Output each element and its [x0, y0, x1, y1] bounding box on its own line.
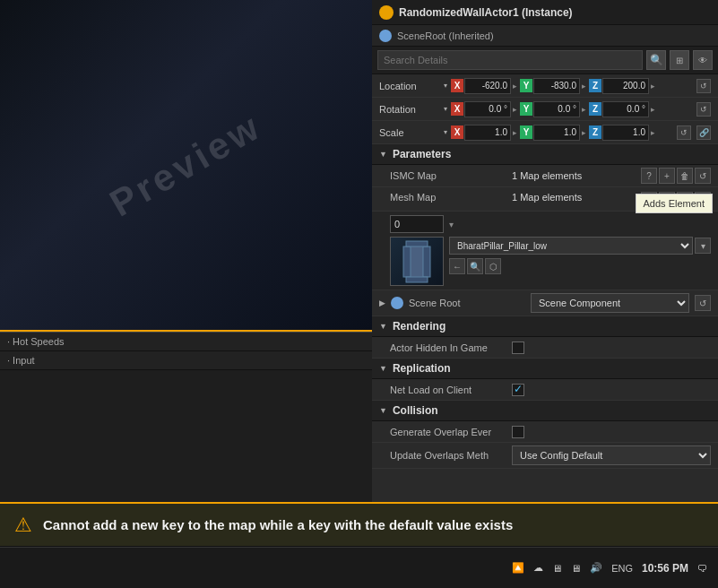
mesh-index-input[interactable] [390, 215, 444, 233]
search-input[interactable] [377, 50, 643, 70]
rotation-dropdown-arrow[interactable]: ▾ [444, 105, 447, 113]
preview-panel: Preview [0, 0, 372, 332]
rotation-y-field: Y ▸ [520, 101, 587, 117]
location-x-input[interactable] [464, 78, 511, 94]
scale-z-label: Z [589, 125, 601, 139]
net-load-checkbox[interactable] [512, 384, 524, 396]
taskbar-lang: ENG [611, 563, 633, 574]
location-label: Location [379, 81, 440, 91]
generate-overlap-label: Generate Overlap Ever [390, 427, 506, 437]
update-overlaps-row: Update Overlaps Meth Use Config Default [372, 443, 718, 469]
scale-reset-button[interactable]: ↺ [677, 125, 691, 140]
location-z-input[interactable] [602, 78, 649, 94]
generate-overlap-checkbox[interactable] [512, 426, 524, 438]
scale-x-input[interactable] [464, 125, 511, 141]
actor-title-bar: RandomizedWallActor1 (Instance) [372, 0, 718, 25]
collision-section-header[interactable]: ▼ Collision [372, 401, 718, 421]
scale-x-field: X ▸ [451, 125, 518, 141]
replication-section-header[interactable]: ▼ Replication [372, 359, 718, 379]
rendering-section-header[interactable]: ▼ Rendering [372, 316, 718, 337]
mesh-select[interactable]: BharatPillar_Pillar_low [449, 237, 693, 255]
taskbar-notification[interactable]: 🗨 [697, 563, 707, 574]
rotation-z-label: Z [589, 102, 601, 116]
scale-dropdown-arrow[interactable]: ▾ [444, 128, 447, 136]
location-x-label: X [451, 79, 463, 92]
eye-button[interactable]: 👁 [693, 50, 713, 70]
collision-section-title: Collision [393, 404, 438, 417]
rotation-x-arrow: ▸ [512, 105, 518, 114]
right-panel: RandomizedWallActor1 (Instance) SceneRoo… [372, 0, 718, 547]
scale-lock-button[interactable]: 🔗 [696, 125, 711, 140]
scale-y-arrow: ▸ [581, 128, 587, 137]
mesh-index-arrow: ▾ [449, 220, 454, 229]
update-overlaps-select[interactable]: Use Config Default [512, 445, 711, 465]
taskbar-cloud: ☁ [533, 562, 543, 574]
rotation-z-input[interactable] [602, 101, 649, 117]
grid-view-button[interactable]: ⊞ [670, 50, 689, 70]
scene-root-text: SceneRoot (Inherited) [397, 30, 494, 41]
scene-root-label: Scene Root [409, 298, 525, 308]
mesh-expand-button[interactable]: ⬡ [485, 258, 501, 274]
net-load-label: Net Load on Client [390, 385, 506, 395]
search-button[interactable]: 🔍 [646, 50, 666, 70]
scene-root-icon [379, 30, 392, 42]
generate-overlap-row: Generate Overlap Ever [372, 421, 718, 443]
svg-rect-3 [406, 277, 428, 282]
ismc-map-help-button[interactable]: ? [641, 168, 657, 184]
mesh-name-row: BharatPillar_Pillar_low ▾ [449, 237, 711, 255]
location-y-input[interactable] [533, 78, 580, 94]
scale-y-input[interactable] [533, 125, 580, 141]
rotation-x-input[interactable] [464, 101, 511, 117]
update-overlaps-label: Update Overlaps Meth [390, 450, 506, 461]
taskbar-volume: 🔊 [590, 562, 602, 574]
mesh-thumbnail [390, 237, 444, 286]
tooltip-text: Adds Element [644, 198, 705, 209]
location-y-label: Y [520, 79, 532, 92]
location-x-field: X ▸ [451, 78, 518, 94]
preview-label: Preview [103, 105, 270, 226]
taskbar-time: 10:56 PM [642, 562, 688, 575]
taskbar-monitor2: 🖥 [571, 563, 581, 574]
scene-root-collapse-arrow[interactable]: ▶ [379, 298, 385, 307]
rotation-y-input[interactable] [533, 101, 580, 117]
scale-xyz-group: X ▸ Y ▸ Z ▸ [451, 125, 673, 141]
bottom-input-label: · Input [7, 355, 35, 366]
actor-hidden-label: Actor Hidden In Game [390, 342, 506, 353]
replication-section-title: Replication [393, 362, 451, 375]
parameters-section-header[interactable]: ▼ Parameters [372, 144, 718, 165]
location-x-arrow: ▸ [512, 82, 518, 91]
actor-icon [379, 5, 394, 20]
scale-x-arrow: ▸ [512, 128, 518, 137]
rotation-x-label: X [451, 102, 463, 116]
ismc-map-label: ISMC Map [390, 170, 506, 181]
mesh-info-col: BharatPillar_Pillar_low ▾ ← 🔍 ⬡ [449, 237, 711, 274]
parameters-collapse-arrow: ▼ [379, 150, 387, 159]
tooltip-box: Adds Element [636, 194, 713, 213]
mesh-thumbnail-svg [399, 239, 435, 284]
scale-z-input[interactable] [602, 125, 649, 141]
scene-root-select[interactable]: Scene Component [531, 293, 689, 313]
actor-hidden-checkbox[interactable] [512, 342, 524, 354]
location-z-field: Z ▸ [589, 78, 656, 94]
mesh-search-button[interactable]: 🔍 [467, 258, 483, 274]
svg-rect-4 [406, 241, 428, 246]
scale-y-field: Y ▸ [520, 125, 587, 141]
rotation-reset-button[interactable]: ↺ [696, 102, 711, 117]
mesh-select-expand-button[interactable]: ▾ [695, 238, 711, 254]
ismc-map-delete-button[interactable]: 🗑 [677, 168, 693, 184]
mesh-back-button[interactable]: ← [449, 258, 465, 274]
parameters-section-title: Parameters [393, 148, 451, 160]
location-reset-button[interactable]: ↺ [696, 79, 711, 93]
ismc-map-buttons: ? + 🗑 ↺ [641, 168, 711, 184]
ismc-map-add-button[interactable]: + [659, 168, 675, 184]
rotation-y-arrow: ▸ [581, 105, 587, 114]
warning-icon: ⚠ [14, 514, 32, 537]
ismc-map-row: ISMC Map 1 Map elements ? + 🗑 ↺ [372, 165, 718, 187]
scene-root-reset-button[interactable]: ↺ [695, 295, 711, 311]
scene-root-row: ▶ Scene Root Scene Component ↺ [372, 290, 718, 316]
location-dropdown-arrow[interactable]: ▾ [444, 82, 447, 90]
scale-row: Scale ▾ X ▸ Y ▸ Z ▸ ↺ [372, 121, 718, 144]
bottom-panel-label: · Hot Speeds [7, 336, 65, 347]
scene-root-icon2 [391, 297, 403, 309]
ismc-map-reset-button[interactable]: ↺ [695, 168, 711, 184]
